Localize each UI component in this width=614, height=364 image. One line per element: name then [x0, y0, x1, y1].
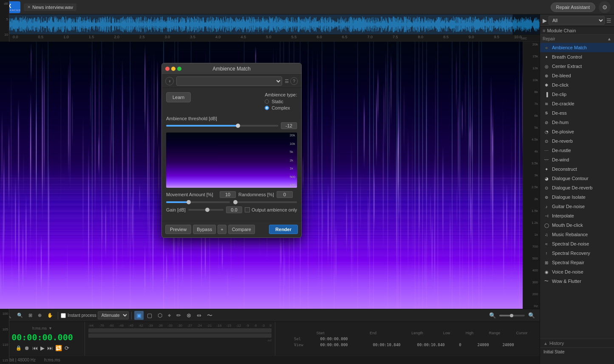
- tool-select-button[interactable]: ▣: [134, 311, 144, 320]
- module-item-mouth-de-click[interactable]: ◯ Mouth De-click: [540, 220, 614, 230]
- module-item-wow-flutter[interactable]: 〜 Wow & Flutter: [540, 277, 614, 286]
- module-item-de-crackle[interactable]: ≋ De-crackle: [540, 99, 614, 108]
- skip-back-button[interactable]: ⏮: [32, 345, 38, 351]
- randomness-value[interactable]: 0: [277, 191, 293, 198]
- module-item-ambience-match[interactable]: ○ Ambience Match: [540, 43, 614, 52]
- panel-menu-icon[interactable]: ☰: [606, 17, 611, 24]
- threshold-thumb[interactable]: [236, 124, 240, 128]
- module-item-de-wind[interactable]: 〰 De-wind: [540, 155, 614, 164]
- module-item-voice-de-noise[interactable]: ◉ Voice De-noise: [540, 267, 614, 277]
- tab-close-icon[interactable]: ✕: [27, 5, 31, 9]
- learn-button[interactable]: Learn: [166, 92, 191, 102]
- movement-thumb[interactable]: [187, 200, 191, 204]
- modal-menu-icon[interactable]: ☰: [285, 79, 289, 84]
- lock-icon[interactable]: 🔒: [16, 345, 22, 351]
- modal-preset-dropdown[interactable]: [176, 76, 282, 86]
- module-item-spectral-recovery[interactable]: ↑ Spectral Recovery: [540, 248, 614, 258]
- module-item-dialogue-contour[interactable]: ◕ Dialogue Contour: [540, 174, 614, 183]
- module-item-spectral-de-noise[interactable]: ≈ Spectral De-noise: [540, 239, 614, 248]
- play-button[interactable]: ▶: [40, 345, 45, 351]
- module-chain-button[interactable]: ≡ Module Chain: [540, 27, 614, 35]
- tool-eraser-button[interactable]: ⊗: [184, 311, 193, 320]
- main-container: 0.0 0.5 1.0 1.5 2.0 2.5 3.0 3.5 4.0 4.5 …: [0, 14, 614, 364]
- waveform-overview[interactable]: [0, 14, 540, 35]
- bypass-button[interactable]: Bypass: [193, 225, 216, 234]
- tool-magic-button[interactable]: ⌖: [166, 311, 173, 320]
- add-button[interactable]: +: [218, 225, 226, 234]
- repair-assistant-button[interactable]: Repair Assistant: [551, 3, 595, 12]
- instant-process-label[interactable]: Instant process: [61, 313, 96, 318]
- close-dot[interactable]: [165, 67, 170, 71]
- complex-radio-label[interactable]: Complex: [265, 105, 297, 110]
- ambience-match-icon: ○: [543, 45, 549, 51]
- bounce-button[interactable]: ⟳: [65, 345, 69, 351]
- tool-brush-button[interactable]: ⬡: [156, 311, 164, 320]
- gain-thumb[interactable]: [205, 208, 209, 212]
- zoom-thumb[interactable]: [510, 314, 513, 317]
- module-item-interpolate[interactable]: ⊣ Interpolate: [540, 211, 614, 220]
- zoom-fit-button[interactable]: ⊞: [26, 311, 34, 319]
- module-item-breath-control[interactable]: ♦ Breath Control: [540, 52, 614, 62]
- module-item-de-click[interactable]: ✱ De-click: [540, 80, 614, 90]
- gain-value[interactable]: 0.0: [226, 206, 242, 213]
- output-ambience-checkbox[interactable]: Output ambience only: [245, 207, 297, 212]
- module-item-de-clip[interactable]: ▐ De-clip: [540, 90, 614, 99]
- tool-freq-button[interactable]: ⇔: [195, 311, 204, 320]
- maximize-dot[interactable]: [177, 67, 181, 71]
- movement-value[interactable]: 10: [220, 191, 236, 198]
- modal-titlebar: Ambience Match: [162, 63, 301, 75]
- module-name-dialogue-de-reverb: Dialogue De-reverb: [552, 185, 592, 190]
- static-radio-label[interactable]: Static: [265, 99, 297, 104]
- zoom-freq-out-button[interactable]: 🔍: [526, 311, 537, 320]
- attenuation-select[interactable]: Attenuate: [98, 311, 129, 319]
- module-item-de-bleed[interactable]: ⊕ De-bleed: [540, 71, 614, 80]
- render-button[interactable]: Render: [269, 225, 298, 234]
- tool-pencil-button[interactable]: ✏: [174, 311, 183, 320]
- tool-wave-button[interactable]: 〜: [205, 310, 215, 321]
- preview-button[interactable]: Preview: [165, 225, 191, 234]
- zoom-freq-in-button[interactable]: 🔍: [487, 311, 498, 320]
- randomness-slider[interactable]: [233, 201, 297, 203]
- pan-tool-button[interactable]: ✋: [45, 311, 55, 319]
- module-item-dialogue-isolate[interactable]: ⊚ Dialogue Isolate: [540, 192, 614, 202]
- modal-help-icon[interactable]: ?: [290, 77, 298, 85]
- module-item-center-extract[interactable]: ◎ Center Extract: [540, 62, 614, 71]
- compare-button[interactable]: Compare: [228, 225, 255, 234]
- module-filter-dropdown[interactable]: All: [549, 16, 605, 25]
- module-item-music-rebalance[interactable]: ♫ Music Rebalance: [540, 230, 614, 239]
- dialogue-isolate-icon: ⊚: [543, 194, 549, 200]
- zoom-slider[interactable]: [499, 315, 525, 316]
- randomness-thumb[interactable]: [233, 200, 238, 204]
- zoom-selection-button[interactable]: ⊕: [36, 311, 44, 319]
- complex-radio[interactable]: [265, 106, 269, 110]
- module-item-de-ess[interactable]: S De-ess: [540, 108, 614, 118]
- module-item-spectral-repair[interactable]: ⊞ Spectral Repair: [540, 258, 614, 267]
- skip-forward-button[interactable]: ⏭: [47, 345, 53, 351]
- time-marker-5: 5.0: [266, 35, 272, 39]
- module-item-de-reverb[interactable]: ⊙ De-reverb: [540, 136, 614, 146]
- gain-slider[interactable]: [188, 209, 224, 211]
- file-tab[interactable]: ✕ News interview.wav: [24, 3, 76, 11]
- spectrogram[interactable]: Ambience Match ♀ ☰ ? L: [0, 42, 523, 309]
- loop-button[interactable]: 🔁: [55, 345, 62, 351]
- minimize-dot[interactable]: [171, 67, 175, 71]
- module-item-deconstruct[interactable]: ✦ Deconstruct: [540, 164, 614, 174]
- zoom-out-time-button[interactable]: 🔍: [15, 311, 25, 319]
- output-checkbox-box[interactable]: [245, 207, 250, 212]
- movement-slider[interactable]: [166, 201, 230, 203]
- module-item-dialogue-de-reverb[interactable]: ⊙ Dialogue De-reverb: [540, 183, 614, 192]
- instant-process-checkbox[interactable]: [61, 313, 66, 318]
- threshold-value[interactable]: -12: [281, 122, 297, 129]
- threshold-slider[interactable]: [166, 125, 278, 127]
- module-item-de-plosive[interactable]: ◔ De-plosive: [540, 127, 614, 136]
- static-radio[interactable]: [265, 99, 269, 104]
- module-item-de-rustle[interactable]: ⋯ De-rustle: [540, 146, 614, 155]
- record-button[interactable]: ⏺: [24, 345, 30, 351]
- module-item-de-hum[interactable]: ⊘ De-hum: [540, 118, 614, 127]
- history-panel: ▲ History Initial State: [540, 339, 614, 364]
- history-initial-state[interactable]: Initial State: [540, 348, 614, 356]
- module-item-guitar-de-noise[interactable]: ♪ Guitar De-noise: [540, 202, 614, 211]
- panel-play-icon[interactable]: ▶: [543, 17, 547, 24]
- user-icon[interactable]: ⚙: [599, 1, 611, 13]
- tool-lasso-button[interactable]: ▢: [145, 311, 154, 320]
